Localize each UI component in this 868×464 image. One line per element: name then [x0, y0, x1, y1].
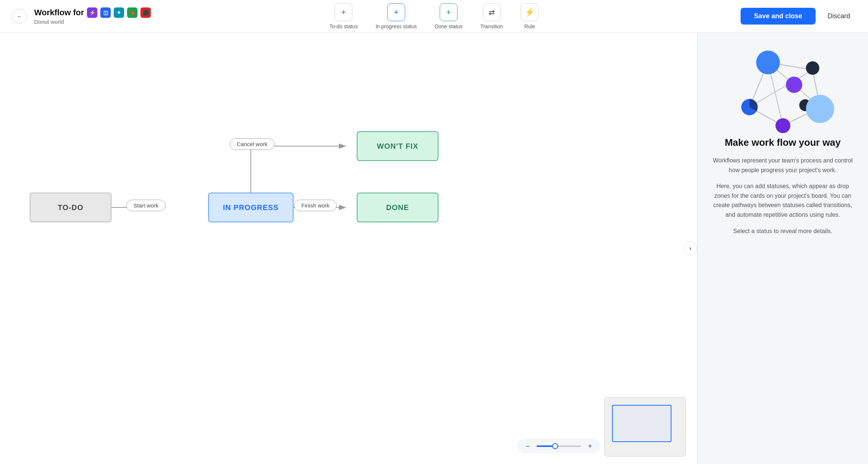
toolbar-item-done[interactable]: + Done status: [435, 3, 463, 29]
toolbar-label-inprogress: In progress status: [376, 23, 417, 29]
right-panel: Make work flow your way Workflows repres…: [697, 33, 868, 464]
panel-toggle-button[interactable]: ›: [684, 242, 697, 255]
workflow-arrows: [0, 33, 697, 464]
transition-finish-work[interactable]: Finish work: [294, 200, 337, 211]
back-button[interactable]: ←: [12, 9, 27, 24]
svg-point-9: [756, 51, 780, 74]
minimap: [604, 397, 686, 457]
toolbar-item-transition[interactable]: ⇄ Transition: [480, 3, 503, 29]
header-actions: Save and close Discard: [741, 8, 856, 25]
toolbar-label-done: Done status: [435, 23, 463, 29]
todo-status-icon: +: [335, 3, 353, 21]
svg-point-15: [775, 118, 790, 133]
puzzle-icon: ✦: [114, 7, 124, 18]
bookmark-icon: 🔖: [127, 7, 137, 18]
node-done[interactable]: DONE: [357, 193, 438, 222]
transition-cancel-work[interactable]: Cancel work: [230, 138, 275, 150]
page-title: Workflow for ⚡ ◫ ✦ 🔖 ⬛: [34, 7, 151, 18]
workflow-canvas[interactable]: TO-DO IN PROGRESS DONE WON'T FIX Start w…: [0, 33, 697, 464]
zoom-in-button[interactable]: +: [585, 441, 595, 451]
toolbar-label-transition: Transition: [480, 23, 503, 29]
grid-icon: ◫: [100, 7, 111, 18]
header: ← Workflow for ⚡ ◫ ✦ 🔖 ⬛ Donut world + T…: [0, 0, 868, 33]
toolbar-label-todo: To-do status: [329, 23, 357, 29]
svg-point-14: [806, 95, 834, 123]
panel-description-2: Here, you can add statuses, which appear…: [711, 181, 855, 219]
stop-icon: ⬛: [140, 7, 151, 18]
panel-title: Make work flow your way: [725, 137, 841, 148]
transition-icon: ⇄: [483, 3, 501, 21]
toolbar: + To-do status + In progress status + Do…: [329, 3, 538, 29]
toolbar-item-inprogress[interactable]: + In progress status: [376, 3, 417, 29]
rule-icon: ⚡: [521, 3, 539, 21]
node-todo[interactable]: TO-DO: [30, 193, 111, 222]
bolt-icon: ⚡: [87, 7, 97, 18]
minimap-viewport: [612, 405, 671, 442]
node-wontfix[interactable]: WON'T FIX: [357, 131, 438, 161]
main-layout: TO-DO IN PROGRESS DONE WON'T FIX Start w…: [0, 33, 868, 464]
discard-button[interactable]: Discard: [822, 8, 856, 25]
inprogress-status-icon: +: [387, 3, 405, 21]
done-status-icon: +: [440, 3, 457, 21]
toolbar-item-todo[interactable]: + To-do status: [329, 3, 357, 29]
svg-point-10: [806, 61, 819, 75]
node-inprogress[interactable]: IN PROGRESS: [208, 193, 294, 222]
save-and-close-button[interactable]: Save and close: [741, 8, 816, 25]
zoom-controls: − +: [517, 439, 600, 454]
title-text: Workflow for: [34, 8, 84, 17]
panel-description-3: Select a status to reveal more details.: [733, 226, 832, 236]
toolbar-label-rule: Rule: [524, 23, 535, 29]
zoom-slider[interactable]: [537, 445, 581, 447]
toolbar-item-rule[interactable]: ⚡ Rule: [521, 3, 539, 29]
title-block: Workflow for ⚡ ◫ ✦ 🔖 ⬛ Donut world: [34, 7, 151, 25]
svg-point-11: [786, 77, 802, 93]
subtitle: Donut world: [34, 19, 151, 25]
panel-description-1: Workflows represent your team's process …: [711, 156, 855, 175]
zoom-out-button[interactable]: −: [522, 441, 533, 451]
workflow-illustration: [731, 48, 835, 137]
transition-start-work[interactable]: Start work: [126, 200, 166, 211]
